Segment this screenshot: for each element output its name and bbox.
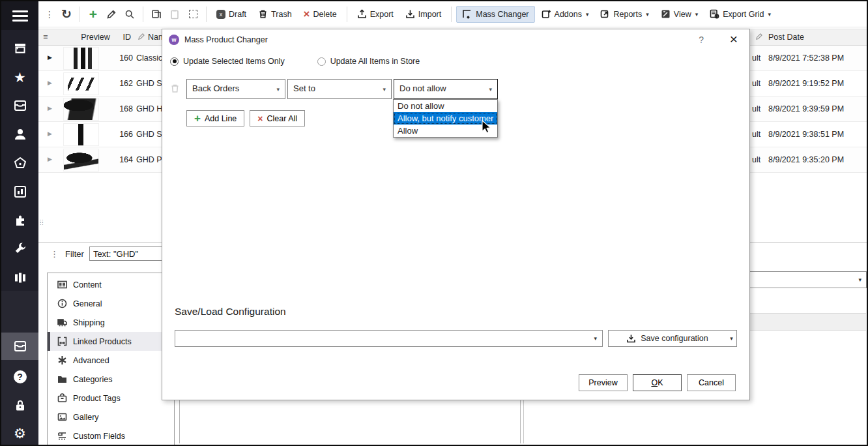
tab-categories[interactable]: Categories xyxy=(48,370,174,389)
paste-icon[interactable] xyxy=(166,6,183,23)
configuration-combobox[interactable]: ▾ xyxy=(175,330,603,347)
row-expander-icon[interactable]: ▶ xyxy=(48,80,52,86)
add-line-label: Add Line xyxy=(205,114,237,123)
reports-chart-icon[interactable] xyxy=(1,179,38,205)
dialog-close-button[interactable]: × xyxy=(730,32,738,46)
edit-pencil-icon[interactable] xyxy=(103,6,120,23)
add-line-button[interactable]: + Add Line xyxy=(186,110,244,126)
tab-label: Product Tags xyxy=(73,394,121,403)
ok-button[interactable]: OK xyxy=(633,374,682,391)
draft-x-icon: x xyxy=(216,10,225,19)
clear-all-button[interactable]: × Clear All xyxy=(250,110,305,126)
delete-button[interactable]: × Delete xyxy=(298,5,342,23)
tab-label: Linked Products xyxy=(73,337,132,346)
delete-x-icon: × xyxy=(304,8,310,21)
customers-icon[interactable] xyxy=(1,121,38,147)
filter-label: Filter xyxy=(65,249,84,259)
import-button[interactable]: Import xyxy=(400,7,446,22)
addons-puzzle-icon[interactable] xyxy=(1,207,38,233)
export-grid-icon xyxy=(710,9,719,19)
select-region-icon[interactable] xyxy=(184,6,201,23)
cell-post-date: 8/9/2021 9:35:20 PM xyxy=(768,155,844,164)
tab-general[interactable]: General xyxy=(48,294,174,313)
refresh-icon[interactable]: ↻ xyxy=(58,6,75,23)
cell-post-date: 8/9/2021 9:19:52 PM xyxy=(768,79,844,88)
save-configuration-button[interactable]: Save configuration xyxy=(608,330,727,347)
cell-id: 168 xyxy=(104,104,133,113)
archive-active-icon[interactable] xyxy=(1,333,38,360)
field-combobox[interactable]: Back Orders ▾ xyxy=(186,79,285,99)
export-label: Export xyxy=(370,10,394,19)
cell-template-fragment: ult xyxy=(752,130,760,139)
add-icon[interactable]: + xyxy=(85,6,102,23)
columns-view-icon[interactable] xyxy=(1,265,38,291)
chevron-down-icon: ▾ xyxy=(276,86,280,93)
row-expander-icon[interactable]: ▶ xyxy=(48,130,52,137)
header-grip-icon[interactable]: ≡ xyxy=(43,33,48,42)
dialog-help-button[interactable]: ? xyxy=(699,35,704,45)
chevron-down-icon: ▾ xyxy=(768,11,771,18)
search-icon[interactable] xyxy=(121,6,138,23)
view-button[interactable]: View ▾ xyxy=(656,7,703,22)
row-expander-icon[interactable]: ▶ xyxy=(48,105,52,112)
splitter-grip[interactable]: :::: xyxy=(40,220,48,225)
tab-gallery[interactable]: Gallery xyxy=(48,408,174,426)
main-toolbar: ⋮ ↻ + x Draft Trash × Delete xyxy=(38,1,867,27)
shipping-icon xyxy=(57,318,67,327)
tab-label: Custom Fields xyxy=(73,432,125,441)
tools-wrench-icon[interactable] xyxy=(1,236,38,262)
linked-products-icon xyxy=(57,336,67,346)
chevron-down-icon: ▾ xyxy=(695,11,699,18)
tab-linked-products[interactable]: Linked Products xyxy=(48,332,174,351)
toolbar-grip-icon[interactable]: ⋮ xyxy=(42,9,57,20)
row-expander-icon[interactable]: ▶ xyxy=(48,54,52,61)
reports-icon xyxy=(600,9,610,19)
trash-button[interactable]: Trash xyxy=(253,7,297,22)
filter-grip-icon[interactable]: ⋮ xyxy=(50,249,59,259)
radio-unselected-icon xyxy=(317,57,326,66)
sidebar: ★ ? ⚙ xyxy=(1,1,38,445)
save-configuration-dropdown[interactable]: ▾ xyxy=(726,330,737,347)
lock-icon[interactable] xyxy=(1,393,38,419)
plus-icon: + xyxy=(194,113,201,124)
draft-button[interactable]: x Draft xyxy=(211,7,252,22)
basket-icon[interactable] xyxy=(1,150,38,176)
store-icon[interactable] xyxy=(1,35,38,61)
tab-custom-fields[interactable]: Custom Fields xyxy=(48,426,174,445)
info-icon xyxy=(57,299,67,308)
dialog-title: Mass Product Changer xyxy=(184,35,268,44)
reports-button[interactable]: Reports ▾ xyxy=(595,7,654,22)
dialog-buttons: Preview OK Cancel xyxy=(579,374,736,391)
orders-archive-icon[interactable] xyxy=(1,93,38,119)
cell-id: 166 xyxy=(104,130,133,139)
tab-advanced[interactable]: Advanced xyxy=(48,351,174,370)
radio-update-all[interactable]: Update All Items in Store xyxy=(317,57,420,66)
tab-label: Categories xyxy=(73,375,112,384)
delete-label: Delete xyxy=(313,10,337,19)
addons-button[interactable]: Addons ▾ xyxy=(536,7,594,22)
remove-line-trash-icon[interactable] xyxy=(170,83,180,95)
action-combobox[interactable]: Set to ▾ xyxy=(287,79,392,99)
favorites-star-icon[interactable]: ★ xyxy=(1,64,38,90)
sidebar-menu-button[interactable] xyxy=(1,1,38,30)
radio-label: Update All Items in Store xyxy=(330,57,420,66)
row-expander-icon[interactable]: ▶ xyxy=(48,156,52,162)
export-button[interactable]: Export xyxy=(352,7,399,22)
tab-shipping[interactable]: Shipping xyxy=(48,313,174,332)
preview-button[interactable]: Preview xyxy=(579,374,628,391)
dropdown-option-do-not-allow[interactable]: Do not allow xyxy=(394,100,497,112)
mass-changer-button[interactable]: Mass Changer xyxy=(456,6,534,23)
settings-gear-icon[interactable]: ⚙ xyxy=(1,420,38,446)
cancel-button[interactable]: Cancel xyxy=(687,374,736,391)
value-combobox[interactable]: Do not allow ▾ xyxy=(394,79,498,99)
copy-icon[interactable] xyxy=(148,6,165,23)
help-icon[interactable]: ? xyxy=(1,364,38,390)
cell-template-fragment: ult xyxy=(752,79,760,88)
column-header-post-date[interactable]: Post Date xyxy=(768,33,804,42)
tab-label: Gallery xyxy=(73,413,99,422)
column-header-id[interactable]: ID xyxy=(110,33,131,42)
export-grid-button[interactable]: Export Grid ▾ xyxy=(704,7,776,22)
tab-content[interactable]: Content xyxy=(48,275,174,294)
tab-product-tags[interactable]: Product Tags xyxy=(48,389,174,408)
radio-update-selected[interactable]: Update Selected Items Only xyxy=(170,57,285,66)
